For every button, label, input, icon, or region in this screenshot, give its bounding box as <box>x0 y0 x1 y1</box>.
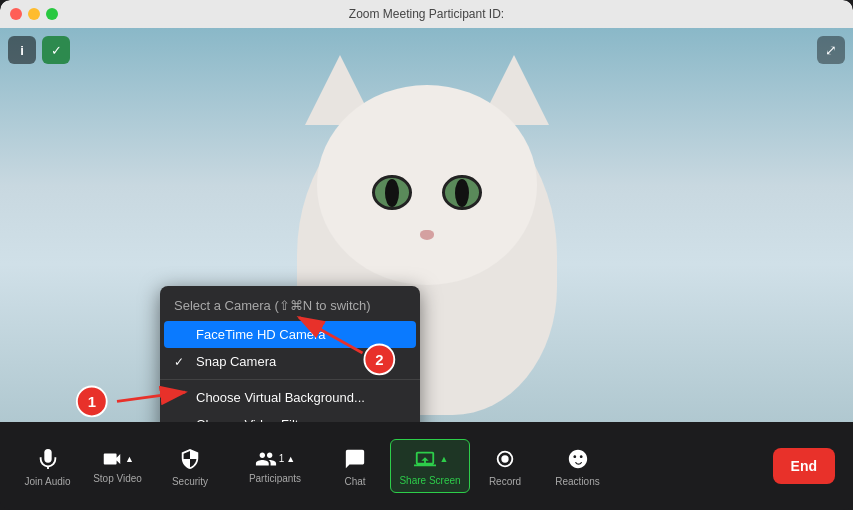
svg-point-9 <box>501 455 508 462</box>
video-area: i ✓ ⤢ Select a Camera (⇧⌘N to switch) Fa… <box>0 28 853 422</box>
share-screen-icon <box>412 446 438 472</box>
expand-button[interactable]: ⤢ <box>817 36 845 64</box>
caret-up-icon[interactable]: ▲ <box>125 454 134 464</box>
record-button[interactable]: Record <box>470 439 540 493</box>
participants-icon <box>255 448 277 470</box>
camera-option-snap[interactable]: ✓ Snap Camera <box>160 348 420 375</box>
participants-count: 1 <box>279 453 285 464</box>
record-icon <box>491 445 519 473</box>
camera-dropdown: Select a Camera (⇧⌘N to switch) FaceTime… <box>160 286 420 422</box>
info-icon-button[interactable]: i <box>8 36 36 64</box>
expand-icon: ⤢ <box>825 42 837 58</box>
dropdown-title: Select a Camera (⇧⌘N to switch) <box>160 294 420 321</box>
camera-option-facetime[interactable]: FaceTime HD Camera <box>164 321 416 348</box>
camera-option-facetime-label: FaceTime HD Camera <box>196 327 326 342</box>
info-icon: i <box>20 43 24 58</box>
reactions-icon <box>564 445 592 473</box>
share-screen-button[interactable]: ▲ Share Screen <box>390 439 470 493</box>
video-feed <box>0 28 853 422</box>
record-label: Record <box>489 476 521 487</box>
video-filter-label: Choose Video Filter... <box>196 417 320 422</box>
join-audio-button[interactable]: Join Audio <box>10 439 85 493</box>
participants-caret-icon[interactable]: ▲ <box>286 454 295 464</box>
security-button[interactable]: Security <box>150 439 230 493</box>
mic-icon <box>34 445 62 473</box>
minimize-button[interactable] <box>28 8 40 20</box>
share-screen-group: ▲ Share Screen <box>390 439 470 493</box>
security-label: Security <box>172 476 208 487</box>
join-audio-label: Join Audio <box>24 476 70 487</box>
video-filter-option[interactable]: Choose Video Filter... <box>160 411 420 422</box>
shield-icon-button[interactable]: ✓ <box>42 36 70 64</box>
reactions-button[interactable]: Reactions <box>540 439 615 493</box>
share-screen-label: Share Screen <box>399 475 460 486</box>
window-title: Zoom Meeting Participant ID: <box>349 7 504 21</box>
camera-option-snap-label: Snap Camera <box>196 354 276 369</box>
stop-video-button[interactable]: ▲ Stop Video <box>85 442 150 490</box>
toolbar: Join Audio ▲ Stop Video <box>0 422 853 510</box>
chat-label: Chat <box>344 476 365 487</box>
security-shield-icon <box>176 445 204 473</box>
participants-label: Participants <box>249 473 301 484</box>
stop-video-group: ▲ Stop Video <box>85 442 150 490</box>
shield-check-icon: ✓ <box>51 43 62 58</box>
menu-divider <box>160 379 420 380</box>
virtual-background-label: Choose Virtual Background... <box>196 390 365 405</box>
maximize-button[interactable] <box>46 8 58 20</box>
close-button[interactable] <box>10 8 22 20</box>
end-button[interactable]: End <box>773 448 835 484</box>
share-screen-caret-icon[interactable]: ▲ <box>440 454 449 464</box>
title-bar: Zoom Meeting Participant ID: <box>0 0 853 28</box>
reactions-label: Reactions <box>555 476 599 487</box>
toolbar-items: Join Audio ▲ Stop Video <box>10 439 773 493</box>
chat-icon <box>341 445 369 473</box>
video-icon <box>101 448 123 470</box>
virtual-background-option[interactable]: Choose Virtual Background... <box>160 384 420 411</box>
top-left-icons: i ✓ <box>8 36 70 64</box>
check-icon: ✓ <box>174 355 188 369</box>
window-controls <box>10 8 58 20</box>
participants-button[interactable]: 1 ▲ Participants <box>230 442 320 490</box>
stop-video-label: Stop Video <box>93 473 142 484</box>
chat-button[interactable]: Chat <box>320 439 390 493</box>
